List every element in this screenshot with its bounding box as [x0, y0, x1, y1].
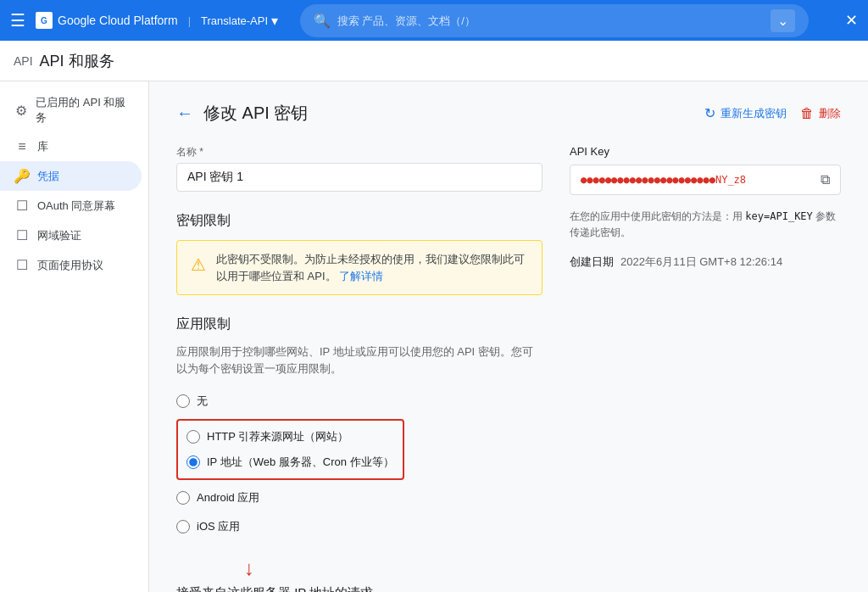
- radio-none-label: 无: [197, 394, 208, 409]
- regenerate-icon: ↻: [704, 105, 715, 121]
- sub-navigation: API API 和服务: [0, 41, 868, 81]
- radio-http-input[interactable]: [186, 430, 200, 444]
- radio-none[interactable]: 无: [176, 390, 542, 412]
- sidebar: ⚙ 已启用的 API 和服务 ≡ 库 🔑 凭据 ☐ OAuth 同意屏幕 ☐ 网…: [0, 81, 149, 592]
- sidebar-item-usage[interactable]: ☐ 页面使用协议: [0, 250, 142, 280]
- copy-key-button[interactable]: ⧉: [821, 172, 830, 187]
- api-key-text: ●●●●●●●●●●●●●●●●●●●●●●NY_z8: [581, 174, 814, 186]
- sidebar-label-enabled-apis: 已启用的 API 和服务: [36, 95, 128, 126]
- app-title: Google Cloud Platform: [58, 14, 178, 27]
- nav-right-actions: ✕: [845, 11, 858, 30]
- main-layout: ⚙ 已启用的 API 和服务 ≡ 库 🔑 凭据 ☐ OAuth 同意屏幕 ☐ 网…: [0, 81, 868, 592]
- created-date-row: 创建日期 2022年6月11日 GMT+8 12:26:14: [570, 254, 841, 270]
- radio-ip[interactable]: IP 地址（Web 服务器、Cron 作业等）: [186, 451, 394, 473]
- sidebar-item-domain[interactable]: ☐ 网域验证: [0, 221, 142, 250]
- regenerate-key-button[interactable]: ↻ 重新生成密钥: [704, 105, 787, 121]
- top-navigation: ☰ G Google Cloud Platform | Translate-AP…: [0, 0, 868, 41]
- delete-key-button[interactable]: 🗑 删除: [800, 106, 841, 121]
- radio-http[interactable]: HTTP 引荐来源网址（网站）: [186, 426, 394, 448]
- ip-section-title: 接受来自这些服务器 IP 地址的请求: [176, 585, 542, 592]
- sidebar-label-library: 库: [37, 139, 48, 154]
- search-input[interactable]: [337, 14, 764, 27]
- page-header: ← 修改 API 密钥 ↻ 重新生成密钥 🗑 删除: [176, 102, 841, 125]
- search-bar[interactable]: 🔍 ⌄: [300, 4, 809, 37]
- content-left: 名称 * 密钥限制 ⚠ 此密钥不受限制。为防止未经授权的使用，我们建议您限制此可…: [176, 145, 542, 592]
- search-expand-icon[interactable]: ⌄: [771, 9, 795, 32]
- sidebar-label-usage: 页面使用协议: [37, 258, 103, 273]
- radio-ios-input[interactable]: [176, 520, 190, 533]
- name-section: 名称 *: [176, 145, 542, 192]
- sidebar-label-credentials: 凭据: [37, 169, 59, 184]
- delete-icon: 🗑: [800, 106, 814, 121]
- created-date-value: 2022年6月11日 GMT+8 12:26:14: [620, 254, 782, 270]
- sidebar-item-library[interactable]: ≡ 库: [0, 132, 142, 161]
- warning-box: ⚠ 此密钥不受限制。为防止未经授权的使用，我们建议您限制此可以用于哪些位置和 A…: [176, 240, 542, 295]
- app-restriction-section: 应用限制 应用限制用于控制哪些网站、IP 地址或应用可以使用您的 API 密钥。…: [176, 316, 542, 538]
- radio-android-input[interactable]: [176, 491, 190, 505]
- created-date-label: 创建日期: [570, 254, 614, 270]
- warning-icon: ⚠: [191, 252, 206, 277]
- gcp-logo-icon: G: [36, 12, 53, 29]
- name-field-label: 名称 *: [176, 145, 542, 159]
- sidebar-item-enabled-apis[interactable]: ⚙ 已启用的 API 和服务: [0, 88, 142, 132]
- radio-ip-label: IP 地址（Web 服务器、Cron 作业等）: [207, 455, 394, 470]
- main-content: ← 修改 API 密钥 ↻ 重新生成密钥 🗑 删除 名称 *: [149, 81, 868, 592]
- page-title: 修改 API 密钥: [203, 102, 694, 125]
- app-restriction-title: 应用限制: [176, 316, 542, 333]
- regenerate-label: 重新生成密钥: [721, 106, 787, 121]
- sub-nav-title: API 和服务: [40, 51, 114, 71]
- key-restriction-section: 密钥限制 ⚠ 此密钥不受限制。为防止未经授权的使用，我们建议您限制此可以用于哪些…: [176, 212, 542, 295]
- api-usage-text: 在您的应用中使用此密钥的方法是：用 key=API_KEY 参数传递此密钥。: [570, 209, 841, 241]
- radio-http-label: HTTP 引荐来源网址（网站）: [207, 429, 348, 444]
- radio-android[interactable]: Android 应用: [176, 487, 542, 509]
- project-selector[interactable]: Translate-API ▾: [201, 13, 278, 29]
- project-dropdown-icon: ▾: [271, 13, 278, 29]
- oauth-icon: ☐: [14, 198, 31, 214]
- radio-ip-input[interactable]: [186, 455, 200, 469]
- back-button[interactable]: ←: [176, 103, 193, 123]
- radio-none-input[interactable]: [176, 394, 190, 408]
- restriction-radio-group: 无 HTTP 引荐来源网址（网站） IP 地址（Web 服务器、Cron 作业等…: [176, 390, 542, 538]
- ip-section: 接受来自这些服务器 IP 地址的请求 使用 CIDR 表示法指定一个 IPv4 …: [176, 585, 542, 592]
- learn-more-link[interactable]: 了解详情: [339, 270, 383, 282]
- highlighted-options-box: HTTP 引荐来源网址（网站） IP 地址（Web 服务器、Cron 作业等）: [176, 419, 404, 480]
- sidebar-label-domain: 网域验证: [37, 228, 81, 243]
- menu-icon[interactable]: ☰: [10, 10, 25, 31]
- radio-ios[interactable]: iOS 应用: [176, 516, 542, 538]
- nav-divider: |: [188, 14, 191, 27]
- content-right: API Key ●●●●●●●●●●●●●●●●●●●●●●NY_z8 ⧉ 在您…: [570, 145, 841, 592]
- arrow-indicator: ↓: [244, 558, 542, 578]
- page-actions: ↻ 重新生成密钥 🗑 删除: [704, 105, 841, 121]
- name-input[interactable]: [176, 163, 542, 192]
- api-key-code: key=API_KEY: [745, 210, 812, 222]
- usage-icon: ☐: [14, 257, 31, 273]
- domain-icon: ☐: [14, 227, 31, 243]
- api-label: API: [14, 54, 33, 68]
- content-row: 名称 * 密钥限制 ⚠ 此密钥不受限制。为防止未经授权的使用，我们建议您限制此可…: [176, 145, 841, 592]
- warning-text: 此密钥不受限制。为防止未经授权的使用，我们建议您限制此可以用于哪些位置和 API…: [216, 251, 528, 284]
- key-restriction-title: 密钥限制: [176, 212, 542, 230]
- search-icon: 🔍: [314, 13, 331, 29]
- api-key-label: API Key: [570, 145, 841, 158]
- app-logo: G Google Cloud Platform: [36, 12, 178, 29]
- delete-label: 删除: [819, 106, 841, 121]
- sidebar-label-oauth: OAuth 同意屏幕: [37, 198, 115, 214]
- api-key-value-row: ●●●●●●●●●●●●●●●●●●●●●●NY_z8 ⧉: [570, 165, 841, 195]
- settings-icon: ⚙: [14, 103, 29, 119]
- app-restriction-desc: 应用限制用于控制哪些网站、IP 地址或应用可以使用您的 API 密钥。您可以为每…: [176, 343, 542, 377]
- library-icon: ≡: [14, 139, 31, 154]
- sidebar-item-credentials[interactable]: 🔑 凭据: [0, 161, 142, 191]
- credentials-icon: 🔑: [14, 168, 31, 184]
- project-label: Translate-API: [201, 14, 268, 27]
- radio-ios-label: iOS 应用: [197, 519, 240, 534]
- close-panel-button[interactable]: ✕: [845, 11, 858, 30]
- sidebar-item-oauth[interactable]: ☐ OAuth 同意屏幕: [0, 191, 142, 221]
- radio-android-label: Android 应用: [197, 490, 259, 505]
